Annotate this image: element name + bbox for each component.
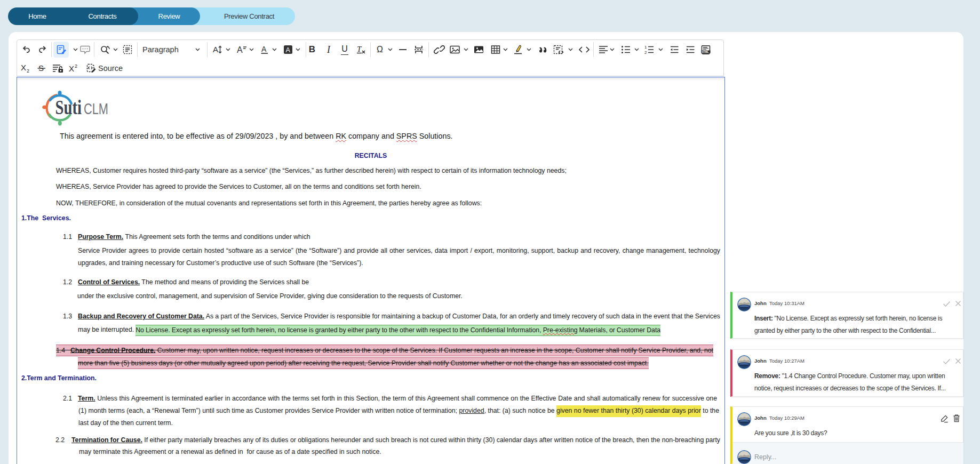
svg-text:CLM: CLM bbox=[84, 100, 108, 117]
svg-text:X: X bbox=[21, 63, 26, 72]
svg-text:A: A bbox=[213, 45, 218, 54]
svg-text:T: T bbox=[357, 45, 362, 53]
svg-text:2: 2 bbox=[75, 63, 77, 69]
svg-text:2: 2 bbox=[644, 50, 647, 55]
svg-text:HTML: HTML bbox=[702, 51, 709, 53]
svg-text:A: A bbox=[237, 45, 243, 54]
svg-text:Suti: Suti bbox=[55, 97, 82, 118]
svg-text:1: 1 bbox=[644, 45, 647, 50]
svg-text:2: 2 bbox=[27, 68, 29, 74]
svg-text:X: X bbox=[69, 64, 74, 73]
svg-text:A: A bbox=[285, 46, 290, 54]
svg-text:A: A bbox=[261, 45, 267, 53]
